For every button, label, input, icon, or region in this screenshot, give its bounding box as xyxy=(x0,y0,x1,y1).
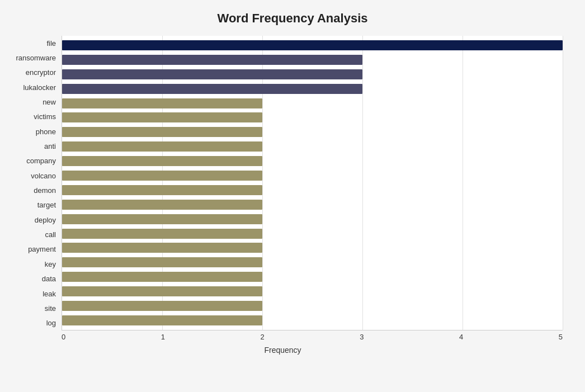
y-label: new xyxy=(3,98,56,106)
bar xyxy=(62,185,262,195)
y-label: company xyxy=(3,157,56,164)
x-tick: 1 xyxy=(161,333,165,341)
y-label: site xyxy=(3,305,56,312)
x-tick: 0 xyxy=(62,333,65,341)
bar xyxy=(62,301,262,311)
y-label: deploy xyxy=(3,216,56,224)
bar-row xyxy=(62,83,563,95)
bar-row xyxy=(62,271,563,283)
y-label: ransomware xyxy=(3,54,56,62)
bar xyxy=(62,257,262,267)
bar-row xyxy=(62,169,563,182)
bar-row xyxy=(62,54,563,66)
y-label: log xyxy=(3,319,56,327)
y-label: call xyxy=(3,231,56,238)
bar xyxy=(62,200,262,210)
y-label: encryptor xyxy=(3,69,56,76)
bar-row xyxy=(62,256,563,268)
y-label: file xyxy=(3,40,56,47)
x-axis-title: Frequency xyxy=(3,346,563,355)
y-label: victims xyxy=(3,113,56,120)
bar xyxy=(62,84,362,94)
grid-line-5 xyxy=(563,36,563,330)
chart-title: Word Frequency Analysis xyxy=(22,11,563,26)
bar xyxy=(62,229,262,239)
bar xyxy=(62,171,262,181)
bar-row xyxy=(62,213,563,225)
bar xyxy=(62,141,262,152)
y-label: data xyxy=(3,275,56,282)
bar-row xyxy=(62,314,563,327)
bar xyxy=(62,69,362,79)
bar xyxy=(62,156,262,166)
y-label: leak xyxy=(3,290,56,297)
bar xyxy=(62,98,262,108)
bar xyxy=(62,40,563,50)
bar xyxy=(62,55,362,65)
bar-row xyxy=(62,68,563,81)
y-label: key xyxy=(3,261,56,268)
chart-area: fileransomwareencryptorlukalockernewvict… xyxy=(62,36,563,355)
bar xyxy=(62,243,262,253)
y-label: demon xyxy=(3,187,56,194)
bar-row xyxy=(62,39,563,51)
y-label: phone xyxy=(3,128,56,135)
bar-row xyxy=(62,285,563,297)
x-axis: 012345 xyxy=(62,333,563,341)
y-label: anti xyxy=(3,143,56,150)
x-tick-labels: 012345 xyxy=(62,333,563,341)
bar xyxy=(62,214,262,224)
bar xyxy=(62,272,262,282)
bar xyxy=(62,127,262,137)
bar-row xyxy=(62,140,563,153)
x-tick: 3 xyxy=(360,333,364,341)
y-label: lukalocker xyxy=(3,84,56,91)
bar-row xyxy=(62,300,563,312)
bar-row xyxy=(62,184,563,196)
x-tick: 2 xyxy=(261,333,265,341)
chart-container: Word Frequency Analysis fileransomwareen… xyxy=(0,0,585,392)
bar-row xyxy=(62,199,563,211)
bar-row xyxy=(62,155,563,167)
bar-row xyxy=(62,228,563,240)
y-label: payment xyxy=(3,245,56,253)
y-label: target xyxy=(3,201,56,209)
x-tick: 5 xyxy=(559,333,563,341)
y-label: volcano xyxy=(3,172,56,180)
bar-row xyxy=(62,126,563,138)
bar xyxy=(62,286,262,296)
bar-row xyxy=(62,111,563,124)
bar xyxy=(62,112,262,122)
bars-section: fileransomwareencryptorlukalockernewvict… xyxy=(62,36,563,330)
bar-row xyxy=(62,97,563,110)
bar-row xyxy=(62,242,563,254)
bar xyxy=(62,315,262,325)
bars-plot xyxy=(62,36,563,330)
x-tick: 4 xyxy=(459,333,463,341)
